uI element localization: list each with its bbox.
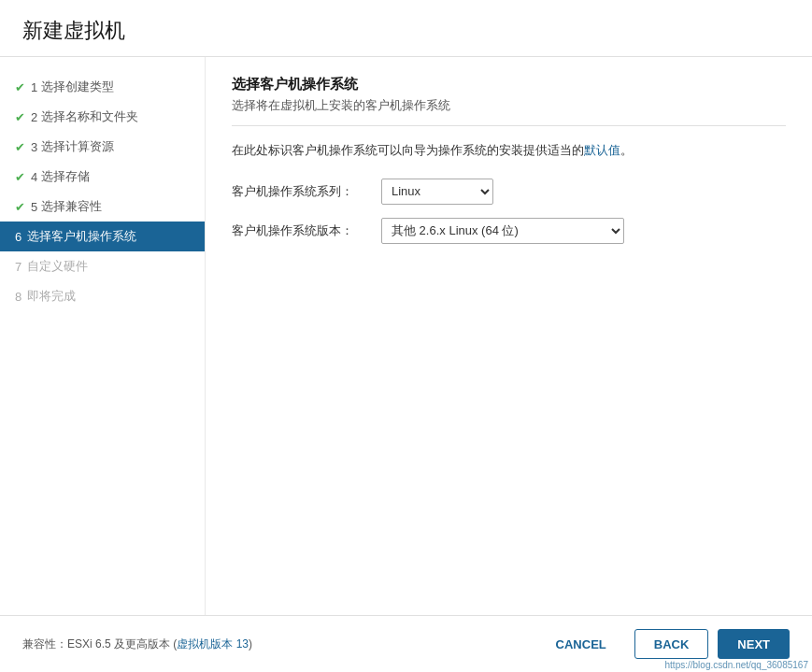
content-area: ✔ 1 选择创建类型 ✔ 2 选择名称和文件夹 ✔ 3 选择计算资源 ✔ 4 选…	[0, 57, 812, 615]
step-num-8: 8	[15, 290, 21, 304]
sidebar-item-step4: ✔ 4 选择存储	[0, 162, 205, 192]
sidebar-label-2-text: 选择名称和文件夹	[37, 108, 138, 125]
check-icon-3: ✔	[15, 140, 25, 154]
sidebar-label-1: 1	[31, 80, 37, 94]
sidebar-label-5-text: 选择兼容性	[37, 198, 102, 215]
info-text: 在此处标识客户机操作系统可以向导为操作系统的安装提供适当的默认值。	[232, 141, 786, 160]
compat-link: 虚拟机版本 13	[177, 637, 249, 651]
sidebar-label-6: 选择客户机操作系统	[27, 228, 136, 245]
sidebar-item-step8: 8 即将完成	[0, 281, 205, 311]
sidebar-label-2: 2	[31, 110, 37, 124]
os-version-label: 客户机操作系统版本：	[232, 222, 381, 239]
sidebar-label-5: 5	[31, 200, 37, 214]
watermark: https://blog.csdn.net/qq_36085167	[665, 660, 808, 670]
check-icon-2: ✔	[15, 110, 25, 124]
section-title: 选择客户机操作系统	[232, 76, 786, 93]
page-container: 新建虚拟机 ✔ 1 选择创建类型 ✔ 2 选择名称和文件夹 ✔ 3 选择计算资源…	[0, 0, 812, 672]
sidebar-item-step1: ✔ 1 选择创建类型	[0, 72, 205, 102]
sidebar-item-step3: ✔ 3 选择计算资源	[0, 132, 205, 162]
info-link[interactable]: 默认值	[584, 143, 620, 157]
back-button[interactable]: BACK	[634, 629, 709, 659]
cancel-button[interactable]: CANCEL	[537, 629, 625, 659]
sidebar-label-8: 即将完成	[27, 288, 76, 305]
compat-info: 兼容性：ESXi 6.5 及更高版本 (虚拟机版本 13)	[22, 636, 252, 652]
sidebar-label-3: 3	[31, 140, 37, 154]
next-button[interactable]: NEXT	[718, 629, 790, 659]
divider	[232, 125, 786, 126]
check-icon-4: ✔	[15, 170, 25, 184]
sidebar-item-step2: ✔ 2 选择名称和文件夹	[0, 102, 205, 132]
sidebar-label-1-text: 选择创建类型	[37, 79, 114, 95]
check-icon-1: ✔	[15, 80, 25, 94]
check-icon-5: ✔	[15, 200, 25, 214]
sidebar-label-3-text: 选择计算资源	[37, 138, 114, 155]
sidebar-item-step7: 7 自定义硬件	[0, 251, 205, 281]
page-title: 新建虚拟机	[0, 0, 812, 57]
sidebar-label-4: 4	[31, 170, 37, 184]
os-family-label: 客户机操作系统系列：	[232, 183, 381, 200]
step-num-7: 7	[15, 260, 21, 274]
sidebar-item-step5: ✔ 5 选择兼容性	[0, 192, 205, 222]
step-num-6: 6	[15, 230, 21, 244]
sidebar-label-7: 自定义硬件	[27, 258, 88, 275]
sidebar-item-step6[interactable]: 6 选择客户机操作系统	[0, 222, 205, 251]
os-version-row: 客户机操作系统版本： 其他 2.6.x Linux (64 位) 其他 Linu…	[232, 218, 786, 244]
os-family-row: 客户机操作系统系列： Linux Windows Other	[232, 179, 786, 205]
sidebar: ✔ 1 选择创建类型 ✔ 2 选择名称和文件夹 ✔ 3 选择计算资源 ✔ 4 选…	[0, 57, 206, 615]
os-family-select[interactable]: Linux Windows Other	[381, 179, 493, 205]
os-version-select[interactable]: 其他 2.6.x Linux (64 位) 其他 Linux (64 位) 其他…	[381, 218, 624, 244]
sidebar-label-4-text: 选择存储	[37, 168, 90, 185]
section-subtitle: 选择将在虚拟机上安装的客户机操作系统	[232, 97, 786, 114]
main-content: 选择客户机操作系统 选择将在虚拟机上安装的客户机操作系统 在此处标识客户机操作系…	[206, 57, 812, 615]
